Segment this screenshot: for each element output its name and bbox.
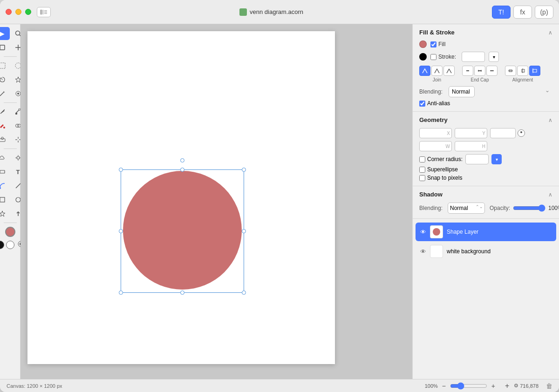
background-color[interactable] <box>6 241 14 249</box>
endcap-btn-3[interactable] <box>486 66 498 76</box>
h-input-wrap: 450 H <box>455 141 487 151</box>
corner-dropdown-btn[interactable]: ▾ <box>491 154 502 164</box>
toolbar-divider-4 <box>4 223 17 223</box>
shadow-title: Shadow <box>419 191 443 198</box>
lasso-tool[interactable] <box>0 73 10 86</box>
zoom-out-button[interactable]: − <box>440 382 448 390</box>
y-input[interactable]: 125 <box>455 128 487 138</box>
x-input[interactable]: 375 <box>419 128 452 138</box>
corner-radius-checkbox[interactable] <box>419 156 425 162</box>
opacity-value: 100% <box>548 205 559 211</box>
sidebar-toggle-button[interactable] <box>37 7 51 17</box>
shadow-chevron[interactable]: ∧ <box>548 191 552 198</box>
align-btn-3[interactable] <box>529 66 540 76</box>
maximize-button[interactable] <box>25 9 31 15</box>
w-input[interactable]: 450 <box>419 141 452 151</box>
angle-dot <box>520 131 522 133</box>
gear-icon[interactable]: ⚙ <box>514 383 518 389</box>
join-btn-3[interactable] <box>443 66 455 76</box>
fx-button[interactable]: fx <box>513 6 532 19</box>
svg-point-11 <box>15 63 21 68</box>
rotation-handle[interactable] <box>180 158 184 162</box>
handle-bottom-left[interactable] <box>119 291 123 295</box>
foreground-color[interactable] <box>0 241 4 249</box>
blending-select[interactable]: Normal Multiply Screen Overlay <box>449 86 475 97</box>
status-bar: Canvas: 1200 × 1200 px 100% − + + ⚙ 716,… <box>0 379 559 392</box>
stroke-checkbox[interactable] <box>430 54 436 60</box>
angle-input[interactable]: 0° <box>490 128 516 138</box>
fill-checkbox-label[interactable]: Fill <box>430 41 445 47</box>
add-layer-button[interactable]: + <box>505 382 509 390</box>
corner-radius-input[interactable]: 0 <box>465 154 489 164</box>
join-btn-2[interactable] <box>431 66 443 76</box>
alignment-group: Alignment <box>505 66 540 82</box>
handle-bottom-center[interactable] <box>180 291 184 295</box>
angle-dial[interactable] <box>518 129 525 137</box>
minimize-button[interactable] <box>15 9 21 15</box>
bezier-tool[interactable] <box>0 179 10 192</box>
svg-point-22 <box>3 127 5 128</box>
opacity-slider[interactable] <box>513 204 545 212</box>
stroke-row: Stroke: 9.52 ▾ <box>419 52 552 62</box>
snap-checkbox[interactable] <box>419 175 425 181</box>
stroke-checkbox-label[interactable]: Stroke: <box>430 54 456 60</box>
layer-eye-background[interactable]: 👁 <box>420 248 426 255</box>
align-btn-1[interactable] <box>505 66 516 76</box>
superellipse-wrap: Superellipse <box>419 166 458 173</box>
handle-top-left[interactable] <box>119 168 123 172</box>
paint-bucket-tool[interactable] <box>0 119 10 132</box>
superellipse-checkbox[interactable] <box>419 167 425 173</box>
crop-tool[interactable] <box>0 41 10 54</box>
shadow-blending-row: Blending: Normal Multiply Opacity: 100% <box>419 203 552 214</box>
star-tool[interactable] <box>0 207 10 220</box>
fill-checkbox[interactable] <box>430 41 436 47</box>
geometry-chevron[interactable]: ∧ <box>548 117 552 123</box>
endcap-btn-2[interactable] <box>474 66 485 76</box>
stroke-dropdown[interactable]: ▾ <box>489 52 499 62</box>
align-btn-2[interactable] <box>517 66 528 76</box>
cloud-tool[interactable] <box>0 151 10 164</box>
p-button[interactable]: (p) <box>535 6 553 19</box>
shape-circle[interactable] <box>123 171 242 290</box>
layer-item-background[interactable]: 👁 white background <box>416 242 556 261</box>
stroke-color-dot[interactable] <box>419 53 427 61</box>
fill-stroke-chevron[interactable]: ∧ <box>548 29 552 36</box>
endcap-btn-1[interactable] <box>462 66 473 76</box>
layer-eye-shape[interactable]: 👁 <box>420 229 426 236</box>
fill-color-dot[interactable] <box>419 41 427 48</box>
layer-name-background: white background <box>447 248 552 255</box>
handle-middle-left[interactable] <box>119 229 123 233</box>
zoom-in-button[interactable]: + <box>489 382 498 390</box>
antialias-checkbox[interactable] <box>419 101 425 107</box>
text-tool-button[interactable]: T! <box>492 6 511 19</box>
layers-area: 👁 Shape Layer 👁 white background <box>413 219 559 264</box>
magic-wand-tool[interactable] <box>0 87 10 100</box>
handle-bottom-right[interactable] <box>242 291 246 295</box>
svg-point-56 <box>433 228 440 236</box>
join-btn-1[interactable] <box>419 66 430 76</box>
canvas-container[interactable] <box>27 31 335 364</box>
right-panel: Fill & Stroke ∧ Fill Stroke: <box>412 24 559 379</box>
pen-tool[interactable] <box>0 105 10 118</box>
stroke-value-input[interactable]: 9.52 <box>462 52 485 62</box>
rectangle-tool[interactable] <box>0 165 10 178</box>
close-button[interactable] <box>6 9 12 15</box>
select-tool[interactable]: ▶ <box>0 27 10 40</box>
toolbar-right: T! fx (p) <box>492 6 553 19</box>
file-icon <box>239 8 247 16</box>
delete-layer-button[interactable]: 🗑 <box>546 382 552 390</box>
handle-top-right[interactable] <box>242 168 246 172</box>
zoom-slider[interactable] <box>450 382 487 390</box>
toolbar-divider-1 <box>4 56 17 57</box>
shadow-blend-select[interactable]: Normal Multiply <box>448 203 485 214</box>
primary-color-swatch[interactable] <box>3 225 18 238</box>
handle-middle-right[interactable] <box>242 229 246 233</box>
layer-item-shape[interactable]: 👁 Shape Layer <box>416 223 556 241</box>
eraser-tool[interactable] <box>0 133 10 146</box>
h-input[interactable]: 450 <box>455 141 487 151</box>
layer-name-shape: Shape Layer <box>447 229 552 235</box>
rect-shape-tool[interactable] <box>0 193 10 206</box>
alignment-buttons <box>505 66 540 76</box>
geometry-section: Geometry ∧ 375 X 125 Y 0° <box>413 112 559 186</box>
rect-select-tool[interactable] <box>0 59 10 72</box>
